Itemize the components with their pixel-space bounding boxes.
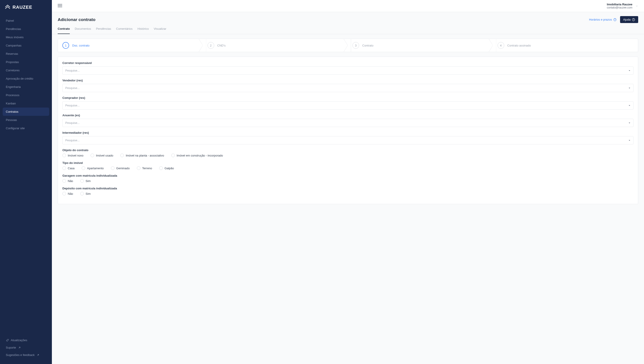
radio-garagem-sim[interactable]: Sim: [80, 179, 90, 183]
svg-marker-10: [629, 122, 630, 123]
sidebar-item-atualizacoes[interactable]: Atualizações: [0, 336, 52, 344]
field-garagem: Garagem com matrícula individualizada Nã…: [62, 174, 634, 183]
sidebar-item-processos[interactable]: Processos: [0, 91, 52, 99]
sidebar-item-painel[interactable]: Painel: [0, 16, 52, 25]
sidebar-item-kanban[interactable]: Kanban: [0, 99, 52, 108]
radio-imovel-usado[interactable]: Imóvel usado: [90, 154, 113, 157]
logo-icon: [4, 4, 11, 10]
sidebar-item-aprovacao[interactable]: Aprovação de crédito: [0, 74, 52, 83]
radio-garagem-nao[interactable]: Não: [62, 179, 73, 183]
step-label: Contrato assinado: [507, 44, 531, 47]
field-label: Comprador (res): [62, 96, 634, 100]
select-comprador[interactable]: Pesquise...: [62, 101, 634, 110]
radio-imovel-construcao[interactable]: Imóvel em construção - incorporado: [171, 154, 223, 157]
header-actions: Horários e prazos Ajuda: [589, 16, 638, 23]
user-text: Imobiliaria Rauzee contato@rauzee.com: [607, 3, 632, 9]
tab-historico[interactable]: Histórico: [138, 27, 149, 34]
main: Imobiliaria Rauzee contato@rauzee.com Ad…: [52, 0, 644, 364]
step-label: Doc. contrato: [72, 44, 90, 47]
sidebar-item-meus-imoveis[interactable]: Meus imóveis: [0, 33, 52, 41]
radio-label: Imóvel usado: [96, 154, 113, 157]
sidebar-item-contratos[interactable]: Contratos: [3, 108, 49, 116]
sidebar-bottom-label: Suporte: [6, 346, 16, 349]
help-circle-icon: [613, 18, 616, 21]
radio-label: Sim: [86, 179, 90, 183]
select-placeholder: Pesquise...: [65, 104, 80, 107]
radio-label: Casa: [68, 166, 74, 170]
tab-contrato[interactable]: Contrato: [58, 27, 70, 34]
step-label: Contrato: [362, 44, 374, 47]
step-num: 1: [62, 42, 69, 49]
form-card: Corretor responsável Pesquise... Vendedo…: [58, 56, 638, 204]
radio-deposito-sim[interactable]: Sim: [80, 192, 90, 196]
chevron-down-icon: [636, 5, 638, 8]
radio-apartamento[interactable]: Apartamento: [82, 166, 104, 170]
external-link-icon: [36, 354, 40, 356]
step-contrato-assinado[interactable]: 4 Contrato assinado: [493, 39, 638, 52]
brand-text: RAUZEE: [12, 5, 32, 10]
schedule-link-label: Horários e prazos: [589, 18, 612, 21]
sidebar-item-propostas[interactable]: Propostas: [0, 58, 52, 66]
hamburger-button[interactable]: [58, 4, 62, 8]
sidebar-item-reservas[interactable]: Reservas: [0, 50, 52, 58]
field-label: Tipo do imóvel: [62, 161, 634, 164]
select-intermediador[interactable]: Pesquise...: [62, 136, 634, 144]
radio-circle-icon: [171, 154, 175, 157]
step-arrow-icon: [489, 39, 493, 52]
select-corretor[interactable]: Pesquise...: [62, 66, 634, 75]
radio-deposito-nao[interactable]: Não: [62, 192, 73, 196]
step-cnds[interactable]: 2 CND's: [203, 39, 348, 52]
radio-label: Imóvel novo: [68, 154, 84, 157]
radio-group-tipo: Casa Apartamento Geminado Terreno Galpão: [62, 166, 634, 170]
sidebar-item-suporte[interactable]: Suporte: [0, 344, 52, 351]
radio-circle-icon: [159, 166, 163, 170]
radio-casa[interactable]: Casa: [62, 166, 74, 170]
tabs: Contrato Documentos Pendências Comentári…: [52, 23, 644, 34]
radio-geminado[interactable]: Geminado: [111, 166, 130, 170]
sidebar-item-campanhas[interactable]: Campanhas: [0, 41, 52, 50]
rocket-icon: [6, 339, 9, 342]
field-tipo-imovel: Tipo do imóvel Casa Apartamento Geminado…: [62, 161, 634, 170]
radio-imovel-planta[interactable]: Imóvel na planta - associativo: [120, 154, 164, 157]
radio-circle-icon: [62, 154, 66, 157]
radio-imovel-novo[interactable]: Imóvel novo: [62, 154, 84, 157]
select-placeholder: Pesquise...: [65, 86, 80, 90]
help-circle-icon: [632, 18, 635, 21]
step-arrow-icon: [199, 39, 203, 52]
field-vendedor: Vendedor (res) Pesquise...: [62, 79, 634, 92]
radio-circle-icon: [62, 166, 66, 170]
svg-marker-8: [629, 88, 630, 88]
sidebar-item-pendencias[interactable]: Pendências: [0, 25, 52, 33]
select-placeholder: Pesquise...: [65, 69, 80, 72]
select-placeholder: Pesquise...: [65, 138, 80, 142]
radio-label: Imóvel em construção - incorporado: [177, 154, 223, 157]
logo[interactable]: RAUZEE: [0, 0, 52, 14]
radio-circle-icon: [137, 166, 140, 170]
field-deposito: Depósito com matrícula individualizada N…: [62, 187, 634, 196]
radio-terreno[interactable]: Terreno: [137, 166, 152, 170]
content: Adicionar contrato Horários e prazos Aju…: [52, 12, 644, 364]
tab-pendencias[interactable]: Pendências: [96, 27, 111, 34]
radio-galpao[interactable]: Galpão: [159, 166, 174, 170]
sidebar-item-configurar-site[interactable]: Configurar site: [0, 124, 52, 132]
radio-circle-icon: [62, 192, 66, 196]
help-button[interactable]: Ajuda: [620, 16, 638, 23]
step-num: 2: [208, 42, 214, 49]
tab-documentos[interactable]: Documentos: [75, 27, 91, 34]
sidebar-item-pessoas[interactable]: Pessoas: [0, 116, 52, 124]
radio-circle-icon: [111, 166, 114, 170]
user-menu[interactable]: Imobiliaria Rauzee contato@rauzee.com: [607, 3, 638, 9]
sidebar-item-sugestoes[interactable]: Sugestões e feedback: [0, 351, 52, 359]
sidebar-item-engenharia[interactable]: Engenharia: [0, 83, 52, 91]
radio-label: Não: [68, 179, 73, 183]
select-vendedor[interactable]: Pesquise...: [62, 84, 634, 92]
select-anuente[interactable]: Pesquise...: [62, 119, 634, 127]
topbar: Imobiliaria Rauzee contato@rauzee.com: [52, 0, 644, 12]
field-objeto-contrato: Objeto do contrato Imóvel novo Imóvel us…: [62, 148, 634, 157]
sidebar-item-corretores[interactable]: Corretores: [0, 66, 52, 74]
schedule-link[interactable]: Horários e prazos: [589, 18, 616, 21]
step-contrato[interactable]: 3 Contrato: [348, 39, 493, 52]
tab-comentarios[interactable]: Comentários: [116, 27, 132, 34]
tab-visualizar[interactable]: Visualizar: [154, 27, 166, 34]
step-doc-contrato[interactable]: 1 Doc. contrato: [58, 39, 203, 52]
